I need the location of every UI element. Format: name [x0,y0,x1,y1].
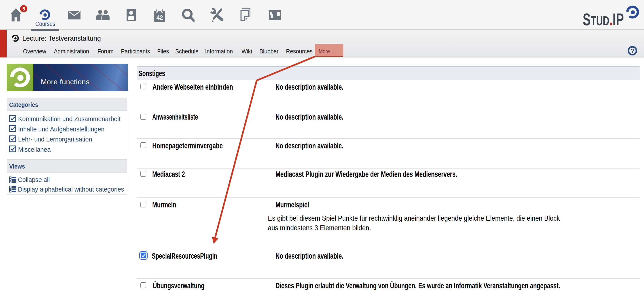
svg-text:?: ? [630,48,634,54]
svg-text:42: 42 [156,14,163,21]
